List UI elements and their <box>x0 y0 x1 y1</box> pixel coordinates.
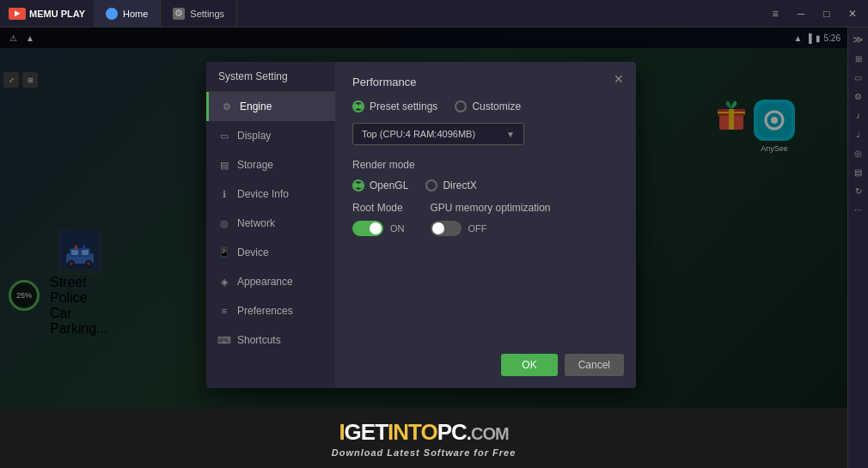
home-tab-icon <box>106 8 118 20</box>
gpu-memory-knob <box>432 222 444 234</box>
settings-tab-label: Settings <box>190 9 224 19</box>
app-name: MEMU PLAY <box>29 9 85 19</box>
storage-icon: ▤ <box>218 159 230 171</box>
nav-device-label: Device <box>237 246 269 258</box>
device-info-icon: ℹ <box>218 188 230 200</box>
modal-title-text: System Setting <box>218 70 288 82</box>
watermark-get: Get <box>345 419 388 445</box>
render-mode-section-title: Render mode <box>352 159 619 171</box>
preset-radio-btn[interactable] <box>352 100 364 112</box>
appearance-icon: ◈ <box>218 276 230 288</box>
root-mode-item: Root Mode ON <box>352 202 405 236</box>
nav-network-label: Network <box>237 217 275 229</box>
watermark: IGetIntoPC.com Download Latest Software … <box>0 408 847 468</box>
sidebar-settings-icon[interactable]: ⚙ <box>850 88 867 105</box>
nav-engine-label: Engine <box>240 100 272 112</box>
sidebar-expand-icon[interactable]: ≫ <box>850 31 867 48</box>
nav-item-appearance[interactable]: ◈ Appearance <box>206 267 335 296</box>
opengl-label: OpenGL <box>370 179 408 191</box>
nav-item-engine[interactable]: ⚙ Engine <box>206 92 335 121</box>
watermark-pc: PC <box>437 419 467 445</box>
directx-option[interactable]: DirectX <box>425 179 476 191</box>
toggle-group: Root Mode ON GPU memory optimization <box>352 202 619 236</box>
modal-overlay: System Setting ⚙ Engine ▭ Display ▤ Stor… <box>0 27 847 468</box>
system-setting-modal: System Setting ⚙ Engine ▭ Display ▤ Stor… <box>206 62 636 388</box>
nav-display-label: Display <box>237 130 271 142</box>
sidebar-refresh-icon[interactable]: ↻ <box>850 182 867 199</box>
minimize-button[interactable]: ─ <box>789 4 813 23</box>
shortcuts-icon: ⌨ <box>218 334 230 346</box>
title-bar: ▶ MEMU PLAY Home ⚙ Settings ≡ ─ □ ✕ <box>0 0 868 27</box>
gpu-memory-item: GPU memory optimization OFF <box>431 202 551 236</box>
tab-settings[interactable]: ⚙ Settings <box>161 0 237 27</box>
watermark-subtitle: Download Latest Software for Free <box>332 447 517 458</box>
home-tab-label: Home <box>123 9 148 19</box>
right-sidebar: ≫ ⊞ ▭ ⚙ ♪ ♩ ◎ ▤ ↻ ··· <box>847 27 868 468</box>
performance-radio-group: Preset settings Customize <box>352 100 619 112</box>
cancel-button[interactable]: Cancel <box>565 354 624 376</box>
nav-item-display[interactable]: ▭ Display <box>206 121 335 150</box>
nav-item-preferences[interactable]: ≡ Preferences <box>206 296 335 325</box>
sidebar-more-icon[interactable]: ··· <box>850 201 867 218</box>
performance-dropdown[interactable]: Top (CPU:4 RAM:4096MB) ▼ <box>352 123 524 145</box>
nav-item-shortcuts[interactable]: ⌨ Shortcuts <box>206 325 335 355</box>
opengl-radio-btn[interactable] <box>352 179 364 191</box>
customize-radio-btn[interactable] <box>455 100 467 112</box>
dropdown-arrow-icon: ▼ <box>506 130 515 139</box>
modal-close-button[interactable]: ✕ <box>610 70 627 88</box>
gpu-memory-toggle-row: OFF <box>431 221 551 236</box>
close-button[interactable]: ✕ <box>840 4 865 23</box>
gpu-memory-toggle[interactable] <box>431 221 462 236</box>
performance-section-title: Performance <box>352 76 619 88</box>
gpu-memory-state: OFF <box>468 223 487 234</box>
memu-logo-icon: ▶ <box>9 8 26 20</box>
modal-nav: System Setting ⚙ Engine ▭ Display ▤ Stor… <box>206 62 335 388</box>
menu-button[interactable]: ≡ <box>763 4 787 23</box>
customize-option[interactable]: Customize <box>455 100 521 112</box>
nav-item-device-info[interactable]: ℹ Device Info <box>206 179 335 209</box>
modal-title: System Setting <box>206 62 335 92</box>
maximize-button[interactable]: □ <box>815 4 839 23</box>
nav-item-device[interactable]: 📱 Device <box>206 238 335 267</box>
gpu-memory-label: GPU memory optimization <box>431 202 551 214</box>
app-logo: ▶ MEMU PLAY <box>0 8 94 20</box>
sidebar-location-icon[interactable]: ◎ <box>850 144 867 161</box>
title-tabs: Home ⚙ Settings <box>94 0 237 27</box>
watermark-com: com <box>471 424 509 443</box>
root-mode-toggle-row: ON <box>352 221 405 236</box>
engine-icon: ⚙ <box>221 100 233 112</box>
network-icon: ◎ <box>218 217 230 229</box>
watermark-into: Into <box>388 419 437 445</box>
device-icon: 📱 <box>218 246 230 258</box>
preset-settings-option[interactable]: Preset settings <box>352 100 437 112</box>
preferences-icon: ≡ <box>218 305 230 317</box>
sidebar-resolution-icon[interactable]: ⊞ <box>850 50 867 67</box>
modal-content-panel: ✕ Performance Preset settings Customize <box>335 62 636 388</box>
ok-button[interactable]: OK <box>501 354 557 376</box>
sidebar-volume-up-icon[interactable]: ♪ <box>850 106 867 124</box>
dropdown-value: Top (CPU:4 RAM:4096MB) <box>362 129 475 139</box>
nav-item-storage[interactable]: ▤ Storage <box>206 150 335 179</box>
settings-tab-icon: ⚙ <box>173 8 185 20</box>
render-radio-group: OpenGL DirectX <box>352 179 619 191</box>
window-controls: ≡ ─ □ ✕ <box>763 4 868 23</box>
root-mode-label: Root Mode <box>352 202 405 214</box>
tab-home[interactable]: Home <box>94 0 161 27</box>
sidebar-folder-icon[interactable]: ▤ <box>850 163 867 180</box>
root-mode-toggle[interactable] <box>352 221 383 236</box>
nav-storage-label: Storage <box>237 159 273 171</box>
nav-item-network[interactable]: ◎ Network <box>206 209 335 238</box>
directx-label: DirectX <box>443 179 476 191</box>
preset-label: Preset settings <box>370 100 437 112</box>
sidebar-screen-icon[interactable]: ▭ <box>850 69 867 86</box>
content-area: ⚠ ▲ ▲ ▐ ▮ 5:26 ⤢ ⊞ <box>0 27 868 468</box>
directx-radio-btn[interactable] <box>425 179 437 191</box>
opengl-option[interactable]: OpenGL <box>352 179 408 191</box>
sidebar-volume-down-icon[interactable]: ♩ <box>850 125 867 143</box>
display-icon: ▭ <box>218 130 230 142</box>
nav-appearance-label: Appearance <box>237 276 293 288</box>
root-mode-state: ON <box>390 223 405 234</box>
emulator-window: ▶ MEMU PLAY Home ⚙ Settings ≡ ─ □ ✕ ⚠ ▲ <box>0 0 868 468</box>
watermark-logo: IGetIntoPC.com <box>339 419 508 446</box>
customize-label: Customize <box>472 100 521 112</box>
